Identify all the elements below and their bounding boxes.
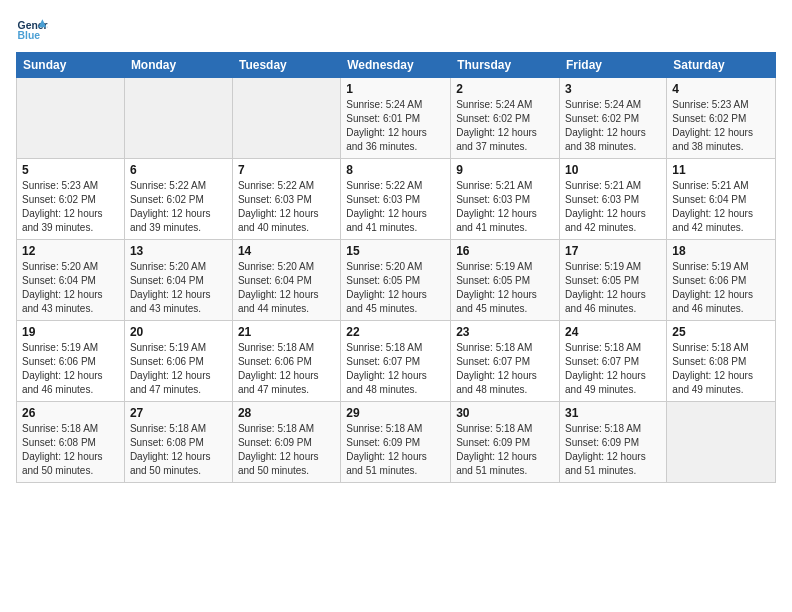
day-info: Sunrise: 5:23 AM Sunset: 6:02 PM Dayligh…	[672, 98, 770, 154]
day-number: 21	[238, 325, 335, 339]
day-number: 15	[346, 244, 445, 258]
col-header-saturday: Saturday	[667, 53, 776, 78]
day-number: 10	[565, 163, 661, 177]
day-info: Sunrise: 5:18 AM Sunset: 6:08 PM Dayligh…	[130, 422, 227, 478]
day-info: Sunrise: 5:21 AM Sunset: 6:03 PM Dayligh…	[456, 179, 554, 235]
day-cell: 24Sunrise: 5:18 AM Sunset: 6:07 PM Dayli…	[560, 321, 667, 402]
day-number: 9	[456, 163, 554, 177]
day-cell: 7Sunrise: 5:22 AM Sunset: 6:03 PM Daylig…	[232, 159, 340, 240]
day-cell: 31Sunrise: 5:18 AM Sunset: 6:09 PM Dayli…	[560, 402, 667, 483]
day-info: Sunrise: 5:21 AM Sunset: 6:04 PM Dayligh…	[672, 179, 770, 235]
col-header-tuesday: Tuesday	[232, 53, 340, 78]
day-number: 6	[130, 163, 227, 177]
day-info: Sunrise: 5:19 AM Sunset: 6:06 PM Dayligh…	[130, 341, 227, 397]
day-number: 30	[456, 406, 554, 420]
day-cell: 2Sunrise: 5:24 AM Sunset: 6:02 PM Daylig…	[451, 78, 560, 159]
day-number: 29	[346, 406, 445, 420]
day-cell: 15Sunrise: 5:20 AM Sunset: 6:05 PM Dayli…	[341, 240, 451, 321]
calendar-table: SundayMondayTuesdayWednesdayThursdayFrid…	[16, 52, 776, 483]
day-number: 22	[346, 325, 445, 339]
col-header-thursday: Thursday	[451, 53, 560, 78]
day-number: 7	[238, 163, 335, 177]
day-cell: 6Sunrise: 5:22 AM Sunset: 6:02 PM Daylig…	[124, 159, 232, 240]
day-cell: 8Sunrise: 5:22 AM Sunset: 6:03 PM Daylig…	[341, 159, 451, 240]
day-cell: 20Sunrise: 5:19 AM Sunset: 6:06 PM Dayli…	[124, 321, 232, 402]
logo: General Blue	[16, 16, 48, 44]
day-cell: 5Sunrise: 5:23 AM Sunset: 6:02 PM Daylig…	[17, 159, 125, 240]
day-number: 26	[22, 406, 119, 420]
day-number: 23	[456, 325, 554, 339]
day-info: Sunrise: 5:18 AM Sunset: 6:07 PM Dayligh…	[565, 341, 661, 397]
day-number: 31	[565, 406, 661, 420]
week-row-4: 26Sunrise: 5:18 AM Sunset: 6:08 PM Dayli…	[17, 402, 776, 483]
day-number: 18	[672, 244, 770, 258]
day-cell: 22Sunrise: 5:18 AM Sunset: 6:07 PM Dayli…	[341, 321, 451, 402]
day-number: 19	[22, 325, 119, 339]
day-cell	[17, 78, 125, 159]
day-cell: 26Sunrise: 5:18 AM Sunset: 6:08 PM Dayli…	[17, 402, 125, 483]
week-row-3: 19Sunrise: 5:19 AM Sunset: 6:06 PM Dayli…	[17, 321, 776, 402]
day-info: Sunrise: 5:18 AM Sunset: 6:08 PM Dayligh…	[672, 341, 770, 397]
day-info: Sunrise: 5:24 AM Sunset: 6:02 PM Dayligh…	[456, 98, 554, 154]
day-cell	[232, 78, 340, 159]
day-info: Sunrise: 5:18 AM Sunset: 6:09 PM Dayligh…	[565, 422, 661, 478]
header-row: SundayMondayTuesdayWednesdayThursdayFrid…	[17, 53, 776, 78]
day-cell: 12Sunrise: 5:20 AM Sunset: 6:04 PM Dayli…	[17, 240, 125, 321]
week-row-1: 5Sunrise: 5:23 AM Sunset: 6:02 PM Daylig…	[17, 159, 776, 240]
day-number: 28	[238, 406, 335, 420]
page-header: General Blue	[16, 16, 776, 44]
week-row-2: 12Sunrise: 5:20 AM Sunset: 6:04 PM Dayli…	[17, 240, 776, 321]
day-info: Sunrise: 5:22 AM Sunset: 6:03 PM Dayligh…	[346, 179, 445, 235]
day-cell: 25Sunrise: 5:18 AM Sunset: 6:08 PM Dayli…	[667, 321, 776, 402]
day-info: Sunrise: 5:20 AM Sunset: 6:04 PM Dayligh…	[22, 260, 119, 316]
day-cell: 11Sunrise: 5:21 AM Sunset: 6:04 PM Dayli…	[667, 159, 776, 240]
week-row-0: 1Sunrise: 5:24 AM Sunset: 6:01 PM Daylig…	[17, 78, 776, 159]
day-info: Sunrise: 5:18 AM Sunset: 6:09 PM Dayligh…	[456, 422, 554, 478]
day-cell: 17Sunrise: 5:19 AM Sunset: 6:05 PM Dayli…	[560, 240, 667, 321]
day-cell: 14Sunrise: 5:20 AM Sunset: 6:04 PM Dayli…	[232, 240, 340, 321]
day-cell: 18Sunrise: 5:19 AM Sunset: 6:06 PM Dayli…	[667, 240, 776, 321]
col-header-wednesday: Wednesday	[341, 53, 451, 78]
day-cell: 21Sunrise: 5:18 AM Sunset: 6:06 PM Dayli…	[232, 321, 340, 402]
day-number: 16	[456, 244, 554, 258]
day-number: 17	[565, 244, 661, 258]
day-number: 24	[565, 325, 661, 339]
day-number: 8	[346, 163, 445, 177]
day-number: 27	[130, 406, 227, 420]
day-cell: 1Sunrise: 5:24 AM Sunset: 6:01 PM Daylig…	[341, 78, 451, 159]
col-header-monday: Monday	[124, 53, 232, 78]
day-info: Sunrise: 5:19 AM Sunset: 6:05 PM Dayligh…	[456, 260, 554, 316]
day-info: Sunrise: 5:20 AM Sunset: 6:04 PM Dayligh…	[130, 260, 227, 316]
day-info: Sunrise: 5:24 AM Sunset: 6:02 PM Dayligh…	[565, 98, 661, 154]
col-header-sunday: Sunday	[17, 53, 125, 78]
day-info: Sunrise: 5:22 AM Sunset: 6:02 PM Dayligh…	[130, 179, 227, 235]
day-number: 25	[672, 325, 770, 339]
day-info: Sunrise: 5:19 AM Sunset: 6:05 PM Dayligh…	[565, 260, 661, 316]
day-info: Sunrise: 5:18 AM Sunset: 6:08 PM Dayligh…	[22, 422, 119, 478]
day-info: Sunrise: 5:18 AM Sunset: 6:07 PM Dayligh…	[346, 341, 445, 397]
day-number: 1	[346, 82, 445, 96]
day-info: Sunrise: 5:20 AM Sunset: 6:04 PM Dayligh…	[238, 260, 335, 316]
day-cell: 28Sunrise: 5:18 AM Sunset: 6:09 PM Dayli…	[232, 402, 340, 483]
logo-icon: General Blue	[16, 16, 48, 44]
day-cell: 29Sunrise: 5:18 AM Sunset: 6:09 PM Dayli…	[341, 402, 451, 483]
day-cell: 23Sunrise: 5:18 AM Sunset: 6:07 PM Dayli…	[451, 321, 560, 402]
day-cell: 16Sunrise: 5:19 AM Sunset: 6:05 PM Dayli…	[451, 240, 560, 321]
day-cell: 10Sunrise: 5:21 AM Sunset: 6:03 PM Dayli…	[560, 159, 667, 240]
day-cell: 4Sunrise: 5:23 AM Sunset: 6:02 PM Daylig…	[667, 78, 776, 159]
day-cell: 27Sunrise: 5:18 AM Sunset: 6:08 PM Dayli…	[124, 402, 232, 483]
day-info: Sunrise: 5:19 AM Sunset: 6:06 PM Dayligh…	[672, 260, 770, 316]
day-number: 5	[22, 163, 119, 177]
day-cell	[667, 402, 776, 483]
day-number: 11	[672, 163, 770, 177]
day-number: 4	[672, 82, 770, 96]
day-info: Sunrise: 5:19 AM Sunset: 6:06 PM Dayligh…	[22, 341, 119, 397]
day-number: 3	[565, 82, 661, 96]
day-number: 13	[130, 244, 227, 258]
col-header-friday: Friday	[560, 53, 667, 78]
day-number: 12	[22, 244, 119, 258]
day-cell: 3Sunrise: 5:24 AM Sunset: 6:02 PM Daylig…	[560, 78, 667, 159]
day-info: Sunrise: 5:18 AM Sunset: 6:09 PM Dayligh…	[238, 422, 335, 478]
day-info: Sunrise: 5:18 AM Sunset: 6:09 PM Dayligh…	[346, 422, 445, 478]
day-info: Sunrise: 5:20 AM Sunset: 6:05 PM Dayligh…	[346, 260, 445, 316]
